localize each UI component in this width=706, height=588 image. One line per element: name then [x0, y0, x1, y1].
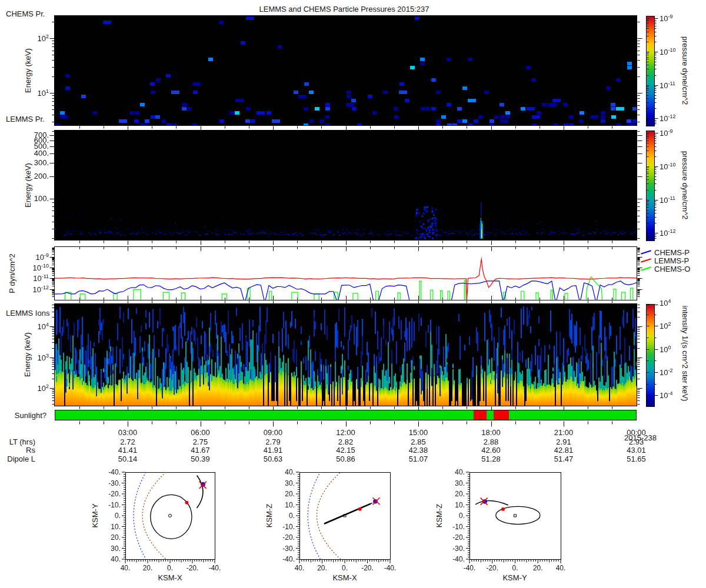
orbit-xtick-label: -20. — [483, 564, 502, 572]
p2-ytick-label: 100. — [18, 194, 49, 203]
p3-ytick-label: 10-10 — [18, 263, 49, 272]
orbit-ytick-label: -40. — [271, 555, 295, 563]
orbit-plot-2 — [290, 463, 399, 569]
orbit-xtick-label: -20. — [183, 564, 202, 572]
cb4-tick-label: 10-2 — [660, 368, 672, 377]
cb2-tick-label: 10-12 — [660, 228, 675, 238]
cb1-tick-label: 10-10 — [660, 47, 675, 56]
orbit-ytick-label: 10. — [271, 501, 295, 509]
p2-ytick-label: 200. — [18, 172, 49, 181]
p3-ytick-label: 10-11 — [18, 273, 49, 283]
orbit-ytick-label: 40. — [271, 468, 295, 476]
orbit-xtick-label: -40. — [381, 564, 399, 572]
dipole-value: 50.86 — [325, 455, 367, 463]
p2-ytick-label: 400. — [18, 149, 49, 158]
orbit-ytick-label: -30. — [441, 544, 465, 553]
orbit-xtick-label: 0. — [161, 564, 179, 572]
hour-label: 18:00 — [471, 428, 512, 437]
orbit-ytick-label: 10. — [441, 501, 465, 509]
cb1-tick-label: 10-11 — [660, 81, 675, 90]
hour-label: 00:00 — [616, 428, 657, 437]
orbit-ytick-label: 40. — [97, 555, 121, 563]
p2-ytick-label: 300. — [18, 158, 49, 167]
lt-value: 2.72 — [107, 437, 148, 446]
orbit-xtick-label: -20. — [358, 564, 377, 572]
orbit-ytick-label: 0. — [441, 512, 465, 520]
orbit-xtick-label: 40. — [551, 564, 570, 572]
lt-value: 2.85 — [398, 437, 439, 446]
rs-value: 43.01 — [616, 446, 657, 455]
hour-label: 12:00 — [325, 428, 367, 437]
orbit-ytick-label: -10. — [97, 501, 121, 509]
p3-ytick-label: 10-12 — [18, 285, 49, 294]
orbit-ytick-label: -20. — [97, 490, 121, 498]
rs-value: 41.91 — [252, 446, 294, 455]
orbit-ytick-label: 20. — [97, 533, 121, 542]
orbit-ytick-label: 0. — [97, 512, 121, 520]
cb4-tick-label: 100 — [660, 345, 671, 354]
hour-label: 15:00 — [398, 428, 439, 437]
orbit-ytick-label: -10. — [271, 523, 295, 531]
lt-value: 2.79 — [252, 437, 294, 446]
dipole-value: 50.39 — [180, 455, 221, 463]
p3-ytick-label: 10-9 — [18, 252, 49, 262]
cb1-tick-label: 10-12 — [660, 113, 675, 123]
orbit-plot-1 — [116, 463, 224, 569]
orbit-ytick-label: 40. — [441, 468, 465, 476]
hour-label: 03:00 — [107, 428, 148, 437]
orbit-xtick-label: 40. — [290, 564, 309, 572]
orbit-xtick-label: -40. — [460, 564, 479, 572]
lt-value: 2.91 — [543, 437, 584, 446]
dipole-value: 50.14 — [107, 455, 148, 463]
orbit-ytick-label: 10. — [97, 523, 121, 531]
rs-value: 42.38 — [398, 446, 439, 455]
orbit-ytick-label: -30. — [97, 479, 121, 487]
cb4-tick-label: 10-4 — [660, 390, 672, 400]
rs-value: 41.41 — [107, 446, 148, 455]
orbit-ytick-label: 30. — [271, 479, 295, 487]
orbit-ytick-label: 30. — [97, 544, 121, 553]
orbit-ytick-label: -20. — [441, 533, 465, 542]
rs-value: 41.67 — [180, 446, 221, 455]
lt-value: 2.88 — [471, 437, 512, 446]
cb4-tick-label: 104 — [660, 298, 671, 308]
hour-label: 09:00 — [252, 428, 294, 437]
orbit-ytick-label: -30. — [271, 544, 295, 553]
orbit-xtick-label: 0. — [506, 564, 525, 572]
p1-ytick-label: 102 — [18, 34, 49, 43]
orbit-ytick-label: -40. — [97, 468, 121, 476]
lt-value: 2.82 — [325, 437, 367, 446]
orbit-xtick-label: 20. — [138, 564, 157, 572]
dipole-value: 51.47 — [543, 455, 584, 463]
cb2-tick-label: 10-11 — [660, 195, 675, 205]
orbit-xtick-label: 20. — [528, 564, 547, 572]
dipole-value: 51.65 — [616, 455, 657, 463]
orbit-ytick-label: 20. — [271, 490, 295, 498]
orbit-xtick-label: 0. — [335, 564, 354, 572]
orbit-ytick-label: -40. — [441, 555, 465, 563]
rs-value: 42.15 — [325, 446, 367, 455]
plot-page: LEMMS and CHEMS Particle Pressures 2015:… — [0, 0, 706, 588]
orbit-ytick-label: -10. — [441, 523, 465, 531]
rs-value: 42.60 — [471, 446, 512, 455]
p4-ytick-label: 103 — [18, 353, 49, 362]
p1-ytick-label: 101 — [18, 88, 49, 98]
lemms-ions-spectrogram — [55, 304, 637, 406]
hour-label: 21:00 — [543, 428, 584, 437]
p4-ytick-label: 102 — [18, 383, 49, 393]
cb2-tick-label: 10-10 — [660, 162, 675, 171]
orbit-plot-3 — [460, 463, 570, 569]
orbit-ytick-label: -20. — [271, 533, 295, 542]
lemms-pressure-spectrogram — [55, 131, 637, 240]
orbit-ytick-label: 20. — [441, 490, 465, 498]
p4-ytick-label: 104 — [18, 322, 49, 331]
orbit-xtick-label: 20. — [313, 564, 332, 572]
dipole-value: 51.07 — [398, 455, 439, 463]
cb4-tick-label: 102 — [660, 321, 671, 330]
rs-value: 42.81 — [543, 446, 584, 455]
orbit-ytick-label: 30. — [441, 479, 465, 487]
cb2-tick-label: 10-9 — [660, 128, 672, 138]
lt-value: 2.93 — [616, 437, 657, 446]
chems-pressure-spectrogram — [55, 16, 637, 125]
orbit-xtick-label: -40. — [205, 564, 224, 572]
